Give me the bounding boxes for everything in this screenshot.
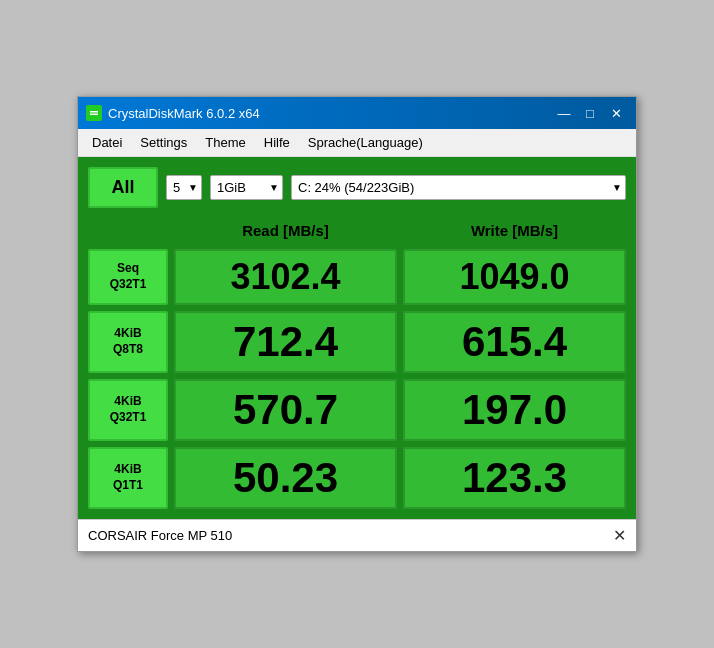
close-button[interactable]: ✕ xyxy=(604,103,628,123)
write-header: Write [MB/s] xyxy=(403,218,626,243)
seq-q32t1-read-cell: 3102.4 xyxy=(174,249,397,305)
seq-q32t1-write-value: 1049.0 xyxy=(459,259,569,295)
window-title: CrystalDiskMark 6.0.2 x64 xyxy=(108,106,546,121)
row-label-seq-q32t1: SeqQ32T1 xyxy=(88,249,168,305)
top-toolbar: All 5 1 3 9 ▼ 1GiB 512MiB 2GiB 4GiB ▼ xyxy=(88,167,626,208)
app-icon xyxy=(86,105,102,121)
title-bar: CrystalDiskMark 6.0.2 x64 — □ ✕ xyxy=(78,97,636,129)
size-select-wrapper: 1GiB 512MiB 2GiB 4GiB ▼ xyxy=(210,175,283,200)
header-spacer xyxy=(88,218,168,243)
status-bar: CORSAIR Force MP 510 ✕ xyxy=(78,519,636,551)
4kib-q1t1-write-cell: 123.3 xyxy=(403,447,626,509)
4kib-q1t1-read-value: 50.23 xyxy=(233,457,338,499)
status-text: CORSAIR Force MP 510 xyxy=(88,528,232,543)
svg-rect-1 xyxy=(90,111,98,113)
4kib-q32t1-write-value: 197.0 xyxy=(462,389,567,431)
window-controls: — □ ✕ xyxy=(552,103,628,123)
row-label-4kib-q8t8: 4KiBQ8T8 xyxy=(88,311,168,373)
menu-settings[interactable]: Settings xyxy=(132,132,195,153)
4kib-q8t8-write-value: 615.4 xyxy=(462,321,567,363)
row-label-4kib-q32t1: 4KiBQ32T1 xyxy=(88,379,168,441)
4kib-q32t1-read-value: 570.7 xyxy=(233,389,338,431)
svg-rect-0 xyxy=(88,107,100,119)
4kib-q32t1-read-cell: 570.7 xyxy=(174,379,397,441)
4kib-q1t1-read-cell: 50.23 xyxy=(174,447,397,509)
runs-select[interactable]: 5 1 3 9 xyxy=(166,175,202,200)
drive-select[interactable]: C: 24% (54/223GiB) xyxy=(291,175,626,200)
read-header: Read [MB/s] xyxy=(174,218,397,243)
4kib-q8t8-write-cell: 615.4 xyxy=(403,311,626,373)
row-label-4kib-q1t1: 4KiBQ1T1 xyxy=(88,447,168,509)
app-window: CrystalDiskMark 6.0.2 x64 — □ ✕ Datei Se… xyxy=(77,96,637,552)
svg-rect-2 xyxy=(90,114,98,116)
minimize-button[interactable]: — xyxy=(552,103,576,123)
main-content: All 5 1 3 9 ▼ 1GiB 512MiB 2GiB 4GiB ▼ xyxy=(78,157,636,519)
menu-datei[interactable]: Datei xyxy=(84,132,130,153)
maximize-button[interactable]: □ xyxy=(578,103,602,123)
menu-bar: Datei Settings Theme Hilfe Sprache(Langu… xyxy=(78,129,636,157)
seq-q32t1-read-value: 3102.4 xyxy=(230,259,340,295)
seq-q32t1-write-cell: 1049.0 xyxy=(403,249,626,305)
menu-language[interactable]: Sprache(Language) xyxy=(300,132,431,153)
4kib-q8t8-read-value: 712.4 xyxy=(233,321,338,363)
status-close-button[interactable]: ✕ xyxy=(613,526,626,545)
results-grid: Read [MB/s] Write [MB/s] SeqQ32T1 3102.4… xyxy=(88,218,626,509)
4kib-q32t1-write-cell: 197.0 xyxy=(403,379,626,441)
size-select[interactable]: 1GiB 512MiB 2GiB 4GiB xyxy=(210,175,283,200)
drive-select-wrapper: C: 24% (54/223GiB) ▼ xyxy=(291,175,626,200)
4kib-q8t8-read-cell: 712.4 xyxy=(174,311,397,373)
all-button[interactable]: All xyxy=(88,167,158,208)
4kib-q1t1-write-value: 123.3 xyxy=(462,457,567,499)
menu-theme[interactable]: Theme xyxy=(197,132,253,153)
runs-select-wrapper: 5 1 3 9 ▼ xyxy=(166,175,202,200)
menu-hilfe[interactable]: Hilfe xyxy=(256,132,298,153)
